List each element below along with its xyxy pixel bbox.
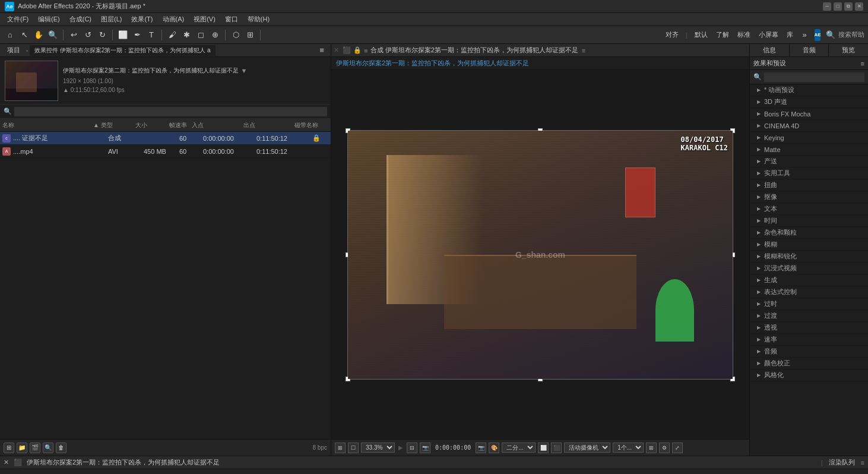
effect-cat-boris[interactable]: Boris FX Mocha	[750, 108, 868, 120]
view-mode-select[interactable]: 二分... 完整	[502, 443, 536, 453]
undo-tool[interactable]: ↺	[81, 29, 94, 42]
effect-cat-distort[interactable]: 扭曲	[750, 179, 868, 191]
effect-cat-anim-preset[interactable]: * 动画预设	[750, 84, 868, 96]
effect-cat-perspective[interactable]: 透视	[750, 322, 868, 334]
new-comp-btn[interactable]: ⊞	[4, 443, 14, 453]
mask-tool[interactable]: ⬜	[116, 29, 129, 42]
timeline-close-icon[interactable]: ✕	[4, 459, 9, 466]
menu-effect[interactable]: 效果(T)	[126, 14, 157, 25]
effect-cat-stylize[interactable]: 风格化	[750, 369, 868, 381]
preset-default[interactable]: 默认	[691, 29, 711, 40]
minimize-button[interactable]: ─	[823, 2, 831, 11]
effect-cat-color[interactable]: 颜色校正	[750, 358, 868, 369]
search-help-btn[interactable]: 🔍	[824, 29, 837, 42]
eraser-tool[interactable]: ◻	[194, 29, 207, 42]
tab-preview[interactable]: 预览	[829, 44, 868, 56]
effect-cat-vr[interactable]: 沉浸式视频	[750, 263, 868, 274]
viewer-rect-btn[interactable]: ⬜	[538, 443, 549, 453]
effect-cat-time[interactable]: 时间	[750, 215, 868, 227]
effect-cat-matte[interactable]: Matte	[750, 144, 868, 156]
effect-cat-cinema4d[interactable]: CINEMA 4D	[750, 120, 868, 132]
comp-tab-label[interactable]: 合成 伊斯坦布尔探案2第一期：监控拍下凶杀，为何抓捕犯人却证据不足	[370, 46, 578, 55]
tab-project[interactable]: 项目	[2, 45, 25, 56]
pen-tool[interactable]: ✒	[131, 29, 144, 42]
tab-effects-control[interactable]: 效果控件 伊斯坦布尔探案2第一期：监控拍下凶杀，为何抓捕犯人 a	[30, 45, 216, 56]
viewer-export-btn[interactable]: ⊞	[646, 443, 657, 453]
shape-tool[interactable]: ⬡	[229, 29, 242, 42]
puppet-tool[interactable]: ⊕	[208, 29, 221, 42]
viewer-3d-btn[interactable]: ☐	[348, 443, 359, 453]
tl-layers-btn[interactable]: ↕	[788, 472, 799, 475]
effect-cat-keying[interactable]: Keying	[750, 132, 868, 144]
effect-cat-audio[interactable]: 音频	[750, 346, 868, 358]
tab-audio[interactable]: 音频	[790, 44, 829, 56]
menu-window[interactable]: 窗口	[220, 14, 243, 25]
effect-cat-expression[interactable]: 表达式控制	[750, 286, 868, 298]
count-select[interactable]: 1个...	[613, 443, 644, 453]
effect-cat-text[interactable]: 文本	[750, 203, 868, 215]
panel-menu-left[interactable]: ≡	[315, 44, 328, 57]
canvas-area[interactable]: G_shan.com 08/04/2017 KARAKOL C12	[347, 130, 733, 380]
menu-anim[interactable]: 动画(A)	[158, 14, 189, 25]
effect-cat-blur-simple[interactable]: 模糊	[750, 239, 868, 251]
find-btn[interactable]: 🔍	[43, 443, 53, 453]
menu-help[interactable]: 帮助(H)	[243, 14, 274, 25]
maximize-button[interactable]: ⧉	[844, 2, 853, 11]
viewer-grid-btn[interactable]: ⊟	[407, 443, 417, 453]
timeline-menu-icon[interactable]: ≡	[861, 459, 864, 466]
hand-tool[interactable]: ✋	[32, 29, 45, 42]
effect-cat-generate[interactable]: 生成	[750, 274, 868, 286]
home-tool[interactable]: ⌂	[4, 29, 17, 42]
camera-select[interactable]: 活动摄像机	[564, 443, 610, 453]
effect-cat-keyer[interactable]: 抠像	[750, 191, 868, 203]
zoom-select[interactable]: 33.3% 50% 100%	[361, 443, 395, 453]
tab-info[interactable]: 信息	[750, 44, 790, 56]
file-row-mp4[interactable]: A ....mp4 AVI 450 MB 60 0:00:00:00 0:11:…	[0, 145, 331, 158]
render-queue-tab[interactable]: 渲染队列	[829, 458, 855, 467]
viewer-camera-btn[interactable]: 📷	[420, 443, 430, 453]
file-row-comp[interactable]: c .... 证据不足 合成 60 0:00:00:00 0:11:50:12 …	[0, 132, 331, 145]
tl-mask-btn[interactable]: ⧉	[828, 472, 838, 475]
menu-layer[interactable]: 图层(L)	[96, 14, 126, 25]
delete-btn[interactable]: 🗑	[56, 443, 66, 453]
effect-cat-transit[interactable]: 产送	[750, 156, 868, 168]
effects-menu-icon[interactable]: ≡	[861, 60, 864, 67]
clone-tool[interactable]: ✱	[180, 29, 193, 42]
tl-solo-btn[interactable]: ◉	[802, 472, 812, 475]
brush-tool[interactable]: 🖌	[166, 29, 179, 42]
preset-standard[interactable]: 标准	[734, 29, 754, 40]
comp-viewer[interactable]: G_shan.com 08/04/2017 KARAKOL C12	[331, 70, 749, 439]
menu-file[interactable]: 文件(F)	[2, 14, 33, 25]
tl-keyframe-btn[interactable]: ◆	[841, 472, 851, 475]
effect-cat-obsolete[interactable]: 过时	[750, 298, 868, 310]
effect-cat-speed[interactable]: 速率	[750, 334, 868, 346]
viewer-settings-btn[interactable]: ⚙	[659, 443, 670, 453]
zoom-tool[interactable]: 🔍	[46, 29, 59, 42]
preset-learn[interactable]: 了解	[712, 29, 733, 40]
redo-tool[interactable]: ↻	[96, 29, 109, 42]
expand-toolbar[interactable]: »	[798, 29, 811, 42]
viewer-expand-btn[interactable]: ⤢	[672, 443, 683, 453]
effect-cat-transition[interactable]: 过渡	[750, 310, 868, 322]
menu-comp[interactable]: 合成(C)	[65, 14, 96, 25]
effect-cat-noise[interactable]: 杂色和颗粒	[750, 227, 868, 239]
close-button[interactable]: ✕	[855, 2, 863, 11]
tl-comp-btn[interactable]: ⊞	[815, 472, 825, 475]
viewer-full-btn[interactable]: ⬛	[551, 443, 562, 453]
item-btn[interactable]: 🎬	[30, 443, 40, 453]
folder-btn[interactable]: 📁	[17, 443, 27, 453]
menu-view[interactable]: 视图(V)	[189, 14, 220, 25]
viewer-snapshot-btn[interactable]: 📷	[476, 443, 486, 453]
select-tool[interactable]: ↖	[18, 29, 31, 42]
effects-search-input[interactable]	[764, 72, 864, 82]
text-tool[interactable]: T	[145, 29, 158, 42]
restore-button[interactable]: □	[834, 2, 842, 11]
viewer-color-btn[interactable]: 🎨	[489, 443, 499, 453]
effect-cat-utility[interactable]: 实用工具	[750, 168, 868, 179]
project-search-input[interactable]	[14, 107, 327, 116]
preset-library[interactable]: 库	[783, 29, 797, 40]
camera-tool[interactable]: ⊞	[243, 29, 256, 42]
tl-expand-btn[interactable]: »	[854, 472, 864, 475]
rotate-tool[interactable]: ↩	[67, 29, 80, 42]
effect-cat-3d[interactable]: 3D 声道	[750, 96, 868, 108]
